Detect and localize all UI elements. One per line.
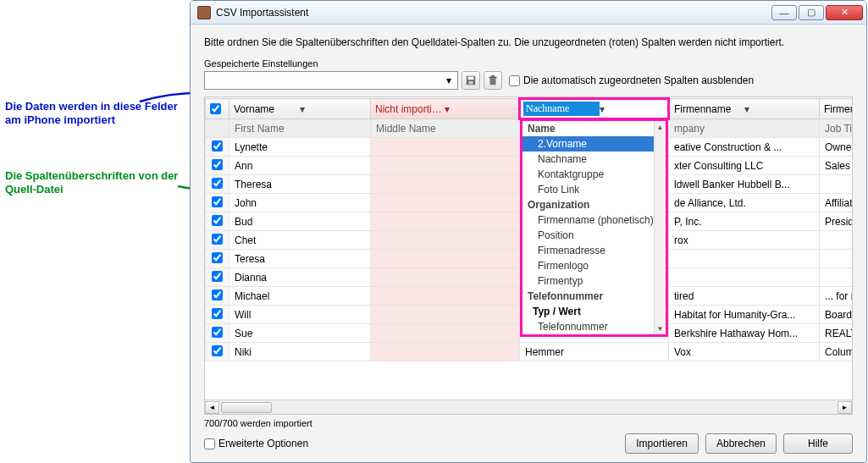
- dropdown-item[interactable]: Position: [522, 228, 666, 243]
- import-button[interactable]: Importieren: [625, 433, 699, 454]
- auto-hide-checkbox[interactable]: [509, 75, 520, 86]
- row-checkbox[interactable]: [212, 271, 223, 282]
- cell-jobtitle: [820, 231, 854, 250]
- extended-options-label: Erweiterte Optionen: [218, 438, 308, 449]
- cell-firstname: Bud: [229, 212, 371, 231]
- dropdown-item[interactable]: Firmenadresse: [522, 243, 666, 258]
- select-all-header[interactable]: [206, 99, 229, 119]
- src-col2: Middle Name: [371, 119, 520, 138]
- cell-firstname: Lynette: [229, 138, 371, 157]
- cell-company: Berkshire Hathaway Hom...: [669, 324, 820, 343]
- dropdown-category-org: Organization: [522, 197, 666, 212]
- svg-rect-5: [491, 75, 495, 77]
- row-checkbox[interactable]: [212, 252, 223, 263]
- col-firmenbezeichnung-header[interactable]: Firmenbezeic: [820, 99, 854, 119]
- dropdown-item[interactable]: Firmenlogo: [522, 258, 666, 273]
- dropdown-scrollbar[interactable]: ▲ ▼: [654, 121, 666, 334]
- cell-middle: [371, 268, 520, 287]
- saved-settings-label: Gespeicherte Einstellungen: [204, 58, 853, 69]
- app-icon: [197, 6, 211, 19]
- dropdown-item[interactable]: Firmenname (phonetisch): [522, 212, 666, 228]
- col-nachname-header[interactable]: Nachname▾: [520, 99, 669, 119]
- row-checkbox[interactable]: [212, 196, 223, 207]
- delete-settings-button[interactable]: [484, 71, 502, 90]
- src-col5: Job Title: [820, 119, 854, 138]
- save-settings-button[interactable]: [462, 71, 480, 90]
- cell-middle: [371, 231, 520, 250]
- cell-company: [669, 268, 820, 287]
- scroll-left-icon[interactable]: ◄: [205, 401, 219, 414]
- window-title: CSV Importassistent: [216, 7, 770, 19]
- col-vorname-header[interactable]: Vorname▾: [229, 99, 371, 119]
- dropdown-category-name: Name: [522, 121, 666, 136]
- toolbar: ▾ Die automatisch zugeordneten Spalten a…: [204, 71, 853, 90]
- cell-firstname: Teresa: [229, 250, 371, 268]
- column-mapping-dropdown[interactable]: Name 2.Vorname Nachname Kontaktgruppe Fo…: [520, 119, 668, 337]
- cell-middle: [371, 306, 520, 324]
- cell-jobtitle: [820, 175, 854, 194]
- cell-company: P, Inc.: [669, 212, 820, 231]
- titlebar[interactable]: CSV Importassistent — ▢ ✕: [191, 1, 866, 25]
- minimize-button[interactable]: —: [771, 5, 797, 20]
- saved-settings-combo[interactable]: ▾: [204, 71, 458, 90]
- cell-company: rox: [669, 231, 820, 250]
- dialog-window: CSV Importassistent — ▢ ✕ Bitte ordnen S…: [190, 0, 867, 463]
- cell-jobtitle: [820, 268, 854, 287]
- cell-middle: [371, 343, 520, 361]
- row-checkbox[interactable]: [212, 234, 223, 245]
- annotation-target-fields: Die Daten werden in diese Felder am iPho…: [5, 100, 183, 128]
- svg-rect-4: [489, 77, 497, 79]
- cell-firstname: Michael: [229, 287, 371, 306]
- row-checkbox[interactable]: [212, 215, 223, 226]
- close-button[interactable]: ✕: [826, 5, 863, 20]
- chevron-down-icon: ▾: [445, 103, 514, 115]
- horizontal-scrollbar[interactable]: ◄ ►: [205, 400, 852, 414]
- cell-company: de Alliance, Ltd.: [669, 194, 820, 212]
- row-checkbox[interactable]: [212, 327, 223, 338]
- dropdown-item[interactable]: 2.Vorname: [522, 136, 666, 152]
- scroll-down-icon[interactable]: ▼: [655, 322, 666, 334]
- scroll-thumb[interactable]: [221, 402, 272, 413]
- dropdown-item[interactable]: Nachname: [522, 152, 666, 167]
- src-col1: First Name: [229, 119, 371, 138]
- scroll-up-icon[interactable]: ▲: [655, 121, 666, 133]
- cell-jobtitle: Affiliated Bu: [820, 194, 854, 212]
- cell-middle: [371, 250, 520, 268]
- row-checkbox[interactable]: [212, 308, 223, 319]
- dropdown-item[interactable]: Kontaktgruppe: [522, 167, 666, 182]
- cell-lastname: Hemmer: [520, 343, 669, 361]
- row-checkbox[interactable]: [212, 289, 223, 300]
- cell-firstname: Theresa: [229, 175, 371, 194]
- cell-jobtitle: Sales & Busi: [820, 157, 854, 175]
- row-checkbox[interactable]: [212, 141, 223, 152]
- svg-rect-2: [468, 81, 473, 85]
- cell-jobtitle: President ar: [820, 212, 854, 231]
- cell-firstname: Will: [229, 306, 371, 324]
- import-count-status: 700/700 werden importiert: [204, 418, 853, 428]
- dropdown-item[interactable]: Telefonnummer: [522, 319, 666, 334]
- cell-firstname: John: [229, 194, 371, 212]
- cell-company: Vox: [669, 343, 820, 361]
- floppy-icon: [465, 74, 477, 86]
- cell-company: ldwell Banker Hubbell B...: [669, 175, 820, 194]
- row-checkbox[interactable]: [212, 345, 223, 356]
- cell-firstname: Niki: [229, 343, 371, 361]
- chevron-down-icon: ▾: [600, 103, 665, 115]
- cell-company: eative Construction & ...: [669, 138, 820, 157]
- col-firmenname-header[interactable]: Firmenname▾: [669, 99, 820, 119]
- scroll-right-icon[interactable]: ►: [838, 401, 852, 414]
- extended-options-checkbox[interactable]: [204, 438, 215, 449]
- row-checkbox[interactable]: [212, 178, 223, 189]
- help-button[interactable]: Hilfe: [783, 433, 853, 454]
- select-all-checkbox[interactable]: [210, 103, 221, 114]
- dropdown-item[interactable]: Foto Link: [522, 182, 666, 197]
- col-not-imported-header[interactable]: Nicht importieren▾: [371, 99, 520, 119]
- cell-firstname: Chet: [229, 231, 371, 250]
- dropdown-category-phone: Telefonnummer: [522, 289, 666, 304]
- cell-firstname: Dianna: [229, 268, 371, 287]
- cancel-button[interactable]: Abbrechen: [705, 433, 777, 454]
- dropdown-item[interactable]: Firmentyp: [522, 273, 666, 289]
- mapping-table: Vorname▾ Nicht importieren▾ Nachname▾ Fi…: [204, 96, 853, 415]
- maximize-button[interactable]: ▢: [799, 5, 824, 20]
- row-checkbox[interactable]: [212, 159, 223, 170]
